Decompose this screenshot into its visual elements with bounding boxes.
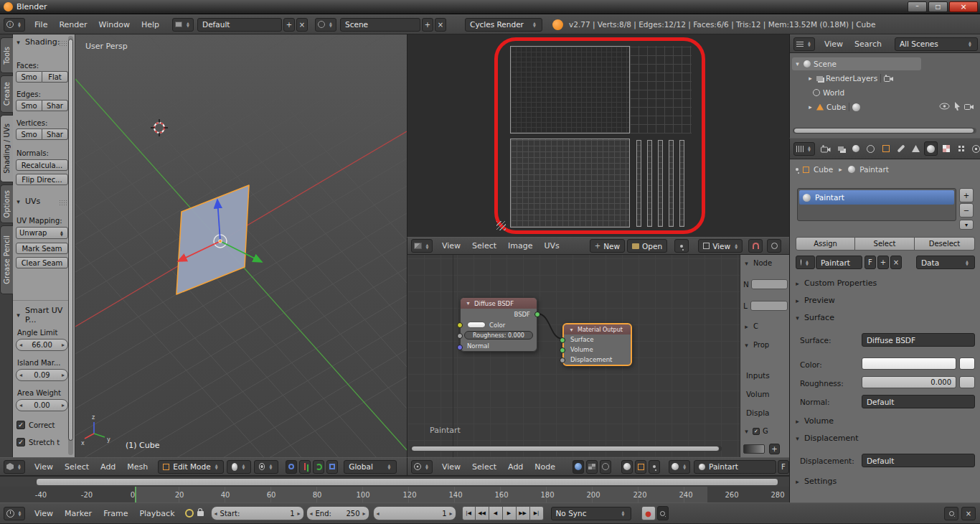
view-menu[interactable]: View [819, 39, 849, 49]
minimize-button[interactable]: – [908, 1, 927, 12]
material-name-field[interactable]: Paintart [694, 460, 776, 474]
timeline-canvas[interactable]: -40 -20 0 20 40 60 80 100 120 140 160 18… [0, 487, 789, 503]
area-weight-field[interactable]: 0.00 [16, 399, 68, 411]
current-frame-field[interactable]: 1 [373, 506, 456, 520]
menu-file[interactable]: File [29, 20, 53, 29]
scene-browse-button[interactable] [315, 18, 336, 32]
angle-limit-field[interactable]: 66.00 [16, 339, 68, 351]
normal-input-socket[interactable] [457, 345, 463, 350]
screen-layout-field[interactable]: Default [197, 18, 282, 32]
selectability-cursor-icon[interactable] [953, 102, 961, 111]
edges-smooth-button[interactable]: Smo [16, 100, 42, 111]
flip-direction-button[interactable]: Flip Direc... [16, 174, 68, 185]
grease-panel-header[interactable]: ▾✓G [743, 427, 768, 435]
unwrap-menu-button[interactable]: Unwrap [16, 227, 68, 239]
end-frame-field[interactable]: End:250 [306, 506, 369, 520]
next-keyframe-button[interactable]: ▶▶ [517, 506, 530, 520]
lock-icon[interactable] [197, 511, 204, 516]
gradient-swatch[interactable] [743, 444, 765, 454]
node-panel-header[interactable]: ▾Node [743, 259, 772, 267]
operator-panel-header[interactable]: ▾Smart UV P... [15, 306, 75, 324]
material-browse-button[interactable] [669, 460, 690, 474]
display-mode-dropdown[interactable]: View [698, 239, 743, 253]
uv-sync-button[interactable] [767, 239, 781, 253]
editor-type-properties-button[interactable] [793, 142, 815, 156]
view-menu[interactable]: View [29, 462, 59, 472]
auto-keyframe-button[interactable] [657, 506, 669, 520]
preview-panel[interactable]: ▸Preview [794, 296, 835, 305]
unlink-material-button[interactable]: × [890, 256, 902, 269]
rotate-manipulator-button[interactable] [313, 460, 324, 474]
stretch-checkbox[interactable]: ✓ [17, 438, 25, 446]
editor-type-outliner-button[interactable] [793, 37, 815, 51]
screen-delete-button[interactable]: × [296, 18, 308, 32]
image-open-button[interactable]: Open [627, 239, 667, 253]
uvs-menu[interactable]: UVs [539, 241, 565, 251]
fake-user-button[interactable]: F [778, 460, 789, 474]
select-menu[interactable]: Select [466, 241, 502, 251]
select-menu[interactable]: Select [466, 462, 502, 472]
properties-panel-header[interactable]: ▾Prop [743, 341, 769, 349]
maximize-button[interactable]: □ [928, 1, 948, 12]
toolshelf-scrollbar-thumb[interactable] [68, 39, 73, 441]
shelf-tab-tools[interactable]: Tools [0, 37, 13, 73]
playback-menu[interactable]: Playback [133, 509, 180, 518]
search-menu[interactable]: Search [849, 39, 887, 49]
editor-type-timeline-button[interactable] [4, 507, 25, 520]
play-reverse-button[interactable]: ◀ [489, 506, 503, 520]
node-header[interactable]: ▾Material Output [564, 324, 631, 334]
volume-input-socket[interactable] [560, 347, 565, 353]
editor-type-info-button[interactable]: i [4, 18, 25, 32]
node-diffuse-bsdf[interactable]: ▾Diffuse BSDF BSDF Color Roughness: 0.00… [460, 297, 537, 352]
color-swatch[interactable] [467, 322, 486, 328]
new-material-button[interactable]: + [877, 256, 889, 269]
roughness-field[interactable]: 0.000 [862, 376, 956, 388]
outliner-row-renderlayers[interactable]: ▸ RenderLayers [807, 72, 894, 85]
surface-input-socket[interactable] [560, 337, 565, 343]
color-anim-button[interactable] [959, 357, 975, 370]
visibility-eye-icon[interactable] [939, 103, 950, 110]
roughness-input-socket[interactable] [457, 333, 463, 339]
fake-user-button[interactable]: F [864, 256, 876, 269]
menu-help[interactable]: Help [136, 20, 165, 29]
node-hscrollbar-thumb[interactable] [411, 446, 720, 452]
mesh-menu[interactable]: Mesh [121, 462, 154, 472]
shelf-tab-create[interactable]: Create [0, 75, 13, 113]
lineart-shader-toggle[interactable] [649, 460, 660, 474]
normal-dropdown[interactable]: Default [862, 395, 975, 408]
stretch-row[interactable]: ✓Stretch t [17, 438, 60, 446]
preview-range-icon[interactable] [185, 509, 194, 518]
texture-nodes-toggle[interactable] [600, 460, 611, 474]
shelf-tab-shading-uvs[interactable]: Shading / UVs [0, 115, 13, 182]
shader-nodes-toggle[interactable] [573, 460, 584, 474]
assign-button[interactable]: Assign [796, 237, 855, 251]
node-header[interactable]: ▾Diffuse BSDF [461, 298, 537, 309]
displacement-dropdown[interactable]: Default [862, 454, 975, 467]
material-browse-button[interactable] [796, 256, 815, 269]
faces-smooth-button[interactable]: Smo [16, 71, 42, 83]
material-slot-list[interactable]: Paintart [797, 188, 956, 221]
displacement-input-socket[interactable] [560, 357, 565, 363]
keying-set-button[interactable] [944, 507, 958, 520]
shelf-tab-options[interactable]: Options [0, 184, 13, 223]
scene-field[interactable]: Scene [340, 18, 420, 32]
roughness-anim-button[interactable] [959, 376, 975, 388]
tab-world[interactable] [864, 141, 877, 156]
tab-physics[interactable] [969, 141, 980, 156]
add-menu[interactable]: Add [95, 462, 121, 472]
scene-add-button[interactable]: + [422, 18, 433, 32]
current-frame-line[interactable] [135, 487, 136, 503]
select-button[interactable]: Select [855, 237, 915, 251]
custom-properties-panel[interactable]: ▸Custom Properties [794, 279, 877, 288]
faces-flat-button[interactable]: Flat [42, 71, 68, 83]
slot-specials-button[interactable]: ▾ [959, 220, 974, 230]
tab-render-layers[interactable] [834, 141, 847, 156]
editor-type-3dview-button[interactable] [4, 460, 25, 474]
jump-to-start-button[interactable]: |◀ [462, 506, 476, 520]
outliner-row-scene[interactable]: ▾ Scene [794, 57, 837, 70]
display-filter-dropdown[interactable]: All Scenes [895, 37, 978, 51]
translate-manipulator-button[interactable] [299, 460, 311, 474]
outliner-row-world[interactable]: World [813, 86, 844, 99]
manipulator-toggle-button[interactable] [286, 460, 297, 474]
record-button[interactable]: ● [641, 506, 656, 520]
